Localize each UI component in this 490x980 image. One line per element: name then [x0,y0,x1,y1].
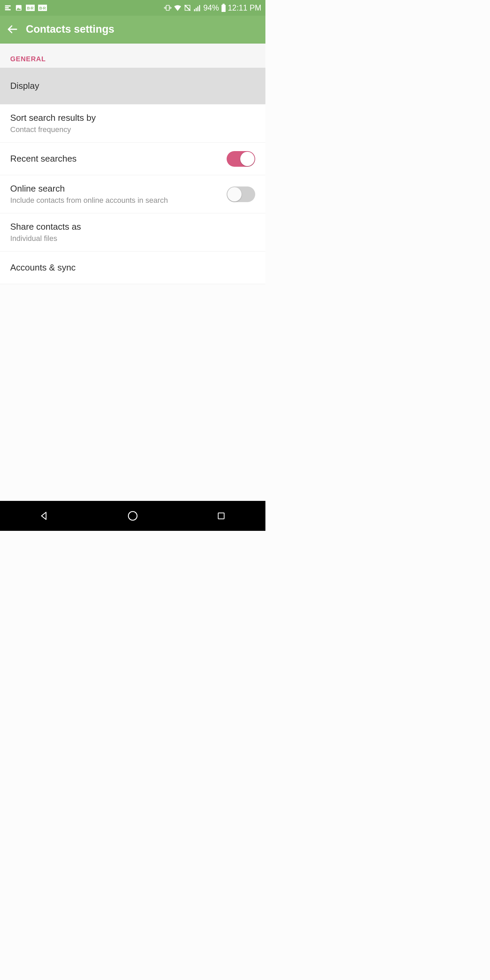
triangle-back-icon [39,511,50,521]
svg-rect-18 [199,5,200,11]
vibrate-icon [164,4,172,11]
row-sort-search[interactable]: Sort search results by Contact frequency [0,104,266,143]
svg-rect-0 [5,5,11,7]
row-title: Sort search results by [10,113,95,123]
nav-home-button[interactable] [126,509,140,523]
square-recents-icon [216,511,226,521]
e-icon [4,4,11,11]
svg-text:B·R: B·R [39,6,46,10]
toggle-recent-searches[interactable] [227,151,255,167]
picture-icon [15,4,22,11]
svg-rect-24 [218,513,224,519]
svg-rect-16 [196,8,197,11]
svg-rect-2 [5,9,11,11]
settings-list: Display Sort search results by Contact f… [0,68,266,284]
svg-rect-20 [221,5,226,12]
svg-marker-22 [41,512,46,519]
svg-rect-17 [197,6,198,11]
circle-home-icon [127,510,138,522]
row-accounts-sync[interactable]: Accounts & sync [0,251,266,284]
row-title: Online search [10,183,168,194]
row-title: Display [10,81,39,91]
row-online-search[interactable]: Online search Include contacts from onli… [0,175,266,213]
row-subtitle: Individual files [10,234,81,243]
row-share-contacts[interactable]: Share contacts as Individual files [0,213,266,251]
toggle-knob [227,187,242,202]
br-icon: B·R [26,5,35,11]
row-display[interactable]: Display [0,68,266,104]
svg-rect-9 [166,5,169,11]
wifi-icon [173,4,182,12]
battery-icon [221,4,226,12]
br-icon: B·R [38,5,47,11]
row-subtitle: Contact frequency [10,125,95,134]
status-bar: B·R B·R 94% 12:11 PM [0,0,266,16]
nav-back-button[interactable] [37,509,51,523]
svg-rect-15 [194,9,195,11]
row-recent-searches[interactable]: Recent searches [0,143,266,175]
svg-rect-19 [223,4,224,5]
clock-label: 12:11 PM [228,3,261,13]
battery-percent-label: 94% [204,3,219,13]
app-bar: Contacts settings [0,16,266,43]
toggle-online-search[interactable] [227,186,255,202]
svg-text:B·R: B·R [27,6,33,10]
svg-point-23 [128,511,137,520]
section-header-general: GENERAL [0,43,266,68]
nav-recents-button[interactable] [214,509,228,523]
back-button[interactable] [6,23,18,35]
svg-rect-1 [5,7,9,8]
svg-line-14 [185,5,190,11]
page-title: Contacts settings [26,23,115,35]
row-title: Accounts & sync [10,262,76,273]
status-system-icons: 94% 12:11 PM [164,3,262,13]
nfc-off-icon [184,4,191,11]
row-subtitle: Include contacts from online accounts in… [10,196,168,205]
row-title: Recent searches [10,153,76,164]
row-title: Share contacts as [10,221,81,232]
arrow-left-icon [6,24,18,35]
status-notification-icons: B·R B·R [4,4,47,11]
toggle-knob [240,152,255,166]
signal-icon [193,4,202,12]
navigation-bar [0,501,266,531]
